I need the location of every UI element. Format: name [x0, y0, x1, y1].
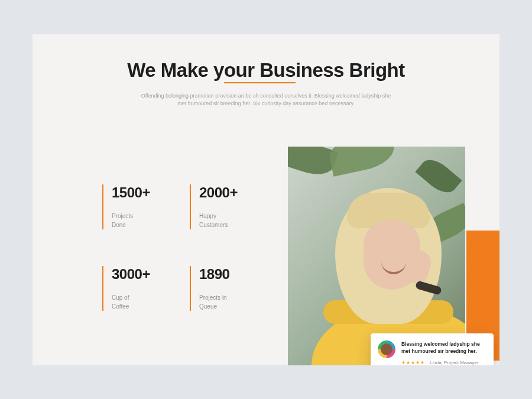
testimonial-name: Linda, Project Manager — [430, 360, 479, 365]
testimonial-meta: ★★★★★ Linda, Project Manager — [401, 360, 486, 365]
stat-projects-done: 1500+ ProjectsDone — [102, 184, 190, 229]
stat-value: 1890 — [199, 266, 277, 283]
stat-label: HappyCustomers — [199, 212, 246, 229]
star-rating-icon: ★★★★★ — [401, 360, 425, 365]
stat-label: ProjectsDone — [112, 212, 159, 229]
sub-copy: Offending belonging promotion provision … — [136, 92, 396, 109]
page-headline: We Make your Business Bright — [127, 59, 405, 82]
marketing-stats-section: We Make your Business Bright Offending b… — [33, 34, 499, 365]
stat-label: Projects inQueue — [199, 293, 246, 311]
leaf-decor — [326, 147, 397, 177]
stat-value: 3000+ — [112, 266, 190, 283]
stat-projects-in-queue: 1890 Projects inQueue — [190, 266, 277, 311]
stat-cup-of-coffee: 3000+ Cup ofCoffee — [102, 266, 190, 311]
stat-value: 1500+ — [112, 184, 190, 201]
stat-label: Cup ofCoffee — [112, 293, 159, 311]
testimonial-body: Blessing welcomed ladyship she met humou… — [401, 340, 486, 365]
stats-grid: 1500+ ProjectsDone 2000+ HappyCustomers … — [102, 184, 277, 311]
stat-happy-customers: 2000+ HappyCustomers — [190, 184, 277, 229]
avatar — [378, 340, 395, 358]
headline-pre: We Make y — [127, 59, 224, 81]
hero-image-wrap: Blessing welcomed ladyship she met humou… — [288, 147, 483, 365]
testimonial-card: Blessing welcomed ladyship she met humou… — [371, 333, 494, 365]
header: We Make your Business Bright Offending b… — [33, 59, 499, 109]
headline-post: iness Bright — [296, 59, 405, 81]
headline-underlined: our Bus — [224, 59, 296, 82]
hero-image — [288, 147, 465, 365]
testimonial-quote: Blessing welcomed ladyship she met humou… — [401, 340, 486, 355]
stat-value: 2000+ — [199, 184, 277, 201]
